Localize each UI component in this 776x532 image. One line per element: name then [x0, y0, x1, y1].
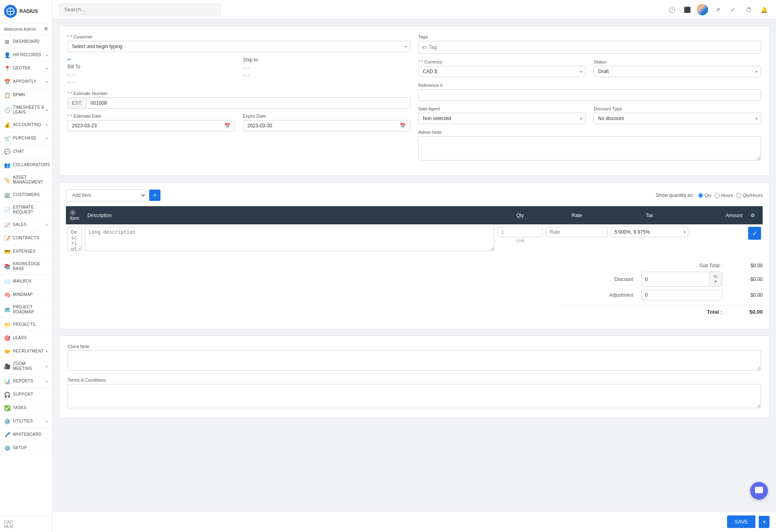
sidebar-item-reports[interactable]: 📊 REPORTS ▸: [0, 375, 52, 388]
bell-icon[interactable]: 🔔: [758, 4, 770, 15]
sidebar-item-project-roadmap[interactable]: 🗺️ PROJECT ROADMAP: [0, 302, 52, 318]
total-label: Total :: [690, 309, 722, 315]
bill-edit-icon[interactable]: ✏: [67, 57, 235, 62]
radio-qty-input[interactable]: [698, 193, 703, 198]
radio-hours[interactable]: Hours: [715, 193, 733, 198]
user-settings-icon[interactable]: ⚙: [44, 26, 48, 32]
add-item-button[interactable]: +: [149, 190, 160, 201]
item-rate-input[interactable]: [546, 227, 607, 237]
tag-input-wrap[interactable]: 🏷: [418, 41, 761, 54]
sidebar-item-mindmap[interactable]: 🧠 MINDMAP: [0, 288, 52, 302]
estimate-number-input[interactable]: [86, 97, 410, 109]
sidebar-item-utilities[interactable]: ⚙️ UTILITIES ▸: [0, 415, 52, 428]
sidebar-user[interactable]: Welcome Admin ⚙: [0, 23, 52, 35]
sidebar-item-projects[interactable]: 📁 PROJECTS: [0, 318, 52, 331]
sidebar-item-setup[interactable]: ⚙️ SETUP: [0, 441, 52, 455]
avatar[interactable]: [697, 4, 708, 15]
admin-note-textarea[interactable]: [418, 136, 761, 160]
item-description-input[interactable]: [67, 227, 82, 251]
chat-fab-button[interactable]: [750, 482, 768, 500]
nav-label-bpmn: BPMN: [13, 93, 25, 97]
confirm-item-button[interactable]: ✓: [748, 227, 761, 240]
calendar-icon-2[interactable]: 📅: [400, 123, 406, 129]
radio-hours-input[interactable]: [715, 193, 720, 198]
sidebar-item-contracts[interactable]: 📝 CONTRACTS: [0, 232, 52, 245]
adjustment-amount: $0.00: [730, 292, 763, 298]
sidebar-item-geotek[interactable]: 📍 GEOTEK ▸: [0, 62, 52, 75]
item-qty-input[interactable]: [498, 227, 543, 237]
sidebar-item-hr-records[interactable]: 👤 HR RECORDS ▸: [0, 49, 52, 62]
table-row: Unit 5.000%, 9.975%: [66, 224, 763, 255]
expiry-date-input[interactable]: 2023-03-30 📅: [243, 120, 410, 131]
customer-select[interactable]: Select and begin typing: [67, 41, 410, 52]
discount-type-select[interactable]: No discount: [594, 113, 761, 124]
th-actions: ⚙: [746, 206, 763, 224]
estimate-date-input[interactable]: 2023-03-23 📅: [67, 120, 235, 131]
sidebar-item-asset-management[interactable]: 🏷️ ASSET MANAGEMENT: [0, 172, 52, 188]
sidebar-item-dashboard[interactable]: ⊞ DASHBOARD: [0, 35, 52, 49]
bill-to: ✏ Bill To –, – –, –: [67, 57, 235, 85]
client-note-group: Client Note: [67, 344, 761, 372]
topbar: 🕐 ⬛ ↗ ✓ ⏱ 🔔: [53, 0, 776, 19]
radio-qtyhours-input[interactable]: [736, 193, 741, 198]
save-button[interactable]: SAVE: [727, 515, 755, 528]
sidebar-item-tasks[interactable]: ✅ TASKS: [0, 401, 52, 415]
footer-forms-card: Client Note Terms & Conditions: [59, 336, 770, 418]
radio-qty[interactable]: Qty: [698, 193, 711, 198]
sidebar-item-sales[interactable]: 📈 SALES ▸: [0, 218, 52, 232]
item-long-description-input[interactable]: [85, 227, 494, 251]
nav-icon-collaborators: 👥: [4, 162, 11, 168]
sidebar-item-bpmn[interactable]: 📋 BPMN: [0, 89, 52, 102]
sidebar-item-timesheets[interactable]: 🕒 TIMESHEETS & LEAVE ▸: [0, 102, 52, 118]
sidebar-item-chat[interactable]: 💬 CHAT: [0, 145, 52, 158]
sidebar-item-customers[interactable]: 🏢 CUSTOMERS: [0, 188, 52, 202]
nav-arrow-geotek: ▸: [46, 66, 48, 70]
sidebar-item-appointly[interactable]: 📅 APPOINTLY ▸: [0, 75, 52, 89]
client-note-textarea[interactable]: [67, 350, 761, 371]
adjustment-input[interactable]: [641, 290, 722, 300]
estimate-number-label: * Estimate Number: [67, 91, 410, 96]
reference-input[interactable]: [418, 89, 761, 101]
search-input[interactable]: [59, 4, 221, 15]
estimate-date-label: * Estimate Date: [67, 114, 235, 118]
th-item: Item: [70, 215, 79, 221]
sidebar-item-whiteboard[interactable]: 🖊️ WHITEBOARD: [0, 428, 52, 441]
nav-label-hr-records: HR RECORDS: [13, 53, 41, 57]
items-card: Add Item + Show quantity as: Qty: [59, 182, 770, 329]
settings-icon[interactable]: ⚙: [751, 213, 755, 218]
sidebar-item-recruitment[interactable]: 🤝 RECRUITMENT ▸: [0, 345, 52, 358]
item-tax-select[interactable]: 5.000%, 9.975%: [611, 227, 688, 237]
footer-sub: MLM: [4, 524, 48, 529]
clock-icon[interactable]: ⏱: [743, 4, 754, 15]
grid-icon[interactable]: ⬛: [681, 4, 693, 15]
currency-select[interactable]: CAD $: [418, 66, 586, 77]
discount-input[interactable]: [641, 272, 709, 287]
sidebar-item-estimate-request[interactable]: 📄 ESTIMATE REQUEST: [0, 202, 52, 218]
calendar-icon[interactable]: 📅: [224, 123, 230, 129]
sale-agent-select[interactable]: Non selected: [418, 113, 586, 124]
terms-textarea[interactable]: [67, 384, 761, 408]
add-item-select[interactable]: Add Item: [66, 189, 147, 201]
nav-icon-bpmn: 📋: [4, 92, 11, 98]
discount-pct-button[interactable]: % ▾: [709, 272, 722, 287]
history-icon[interactable]: 🕐: [666, 4, 677, 15]
sidebar-item-expenses[interactable]: 💳 EXPENSES: [0, 245, 52, 258]
nav-arrow-accounting: ▸: [46, 123, 48, 127]
sidebar-item-leads[interactable]: 🎯 LEADS: [0, 331, 52, 345]
sidebar-item-purchase[interactable]: 🛒 PURCHASE ▸: [0, 132, 52, 145]
admin-note-group: Admin Note: [418, 130, 761, 162]
sidebar-item-collaborators[interactable]: 👥 COLLABORATORS: [0, 158, 52, 172]
sidebar-item-zoom-meeting[interactable]: 🎥 ZOOM MEETING ▸: [0, 358, 52, 375]
sidebar-item-support[interactable]: 🎧 SUPPORT: [0, 388, 52, 401]
sidebar-item-mailbox[interactable]: ✉️ MAILBOX: [0, 275, 52, 288]
sidebar-item-knowledge-base[interactable]: 📚 KNOWLEDGE BASE: [0, 258, 52, 275]
sale-agent-label: Sale Agent: [418, 106, 586, 111]
radio-qty-hours[interactable]: Qty/Hours: [736, 193, 763, 198]
tag-input[interactable]: [429, 44, 757, 50]
check-icon[interactable]: ✓: [728, 4, 739, 15]
sidebar-item-accounting[interactable]: 💰 ACCOUNTING ▸: [0, 118, 52, 132]
status-select[interactable]: Draft: [594, 66, 761, 77]
th-amount: Amount: [690, 206, 746, 224]
save-dropdown-button[interactable]: ▾: [759, 516, 770, 528]
share-icon[interactable]: ↗: [712, 4, 723, 15]
